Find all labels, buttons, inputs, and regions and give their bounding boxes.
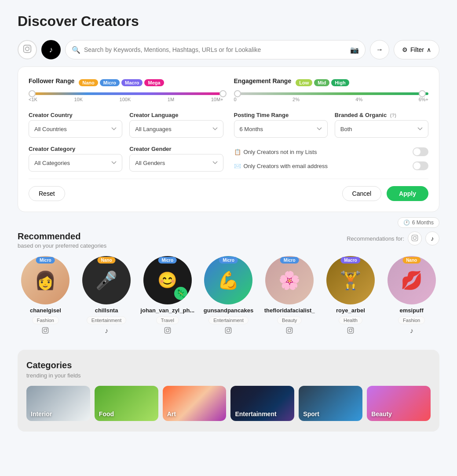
- follower-thumb-right[interactable]: [219, 90, 227, 97]
- follower-range-badges: Nano Micro Macro Mega: [79, 79, 164, 86]
- not-in-lists-toggle-row: 📋 Only Creators not in my Lists: [234, 147, 429, 156]
- svg-point-11: [168, 328, 169, 329]
- filter-icon: ⚙: [402, 46, 408, 53]
- categories-grid: Interior Food Art Entertainment Sport Be…: [26, 386, 431, 421]
- category-label-sport: Sport: [303, 410, 319, 417]
- svg-point-5: [416, 236, 417, 236]
- category-label-art: Art: [167, 410, 176, 417]
- cancel-button[interactable]: Cancel: [342, 186, 382, 201]
- creator-category-3: Travel: [156, 316, 179, 324]
- creator-card-chanelgisel[interactable]: 👩 Micro chanelgisel Fashion: [18, 256, 73, 336]
- creator-language-select[interactable]: All Languages: [129, 120, 223, 138]
- follower-range-slider[interactable]: <1K 10K 100K 1M 10M+: [29, 92, 223, 102]
- engagement-range-track: [234, 92, 429, 95]
- creator-platform-2: ♪: [105, 327, 108, 335]
- categories-subtitle: trending in your fields: [26, 372, 431, 379]
- country-language-row: Creator Country All Countries Creator La…: [29, 112, 223, 138]
- creators-grid: 👩 Micro chanelgisel Fashion 🎤 Nano chill…: [18, 256, 439, 336]
- rec-tiktok-btn[interactable]: ♪: [425, 231, 439, 245]
- creator-tier-badge-3: Micro: [158, 257, 177, 264]
- svg-point-10: [166, 329, 169, 332]
- badge-macro: Macro: [121, 79, 143, 86]
- instagram-platform-btn[interactable]: [18, 40, 37, 59]
- time-badge-row: 🕐 6 Months: [18, 217, 439, 228]
- creator-name-7: emsipuff: [400, 307, 424, 314]
- filter-panel: Follower Range Nano Micro Macro Mega: [18, 66, 439, 212]
- creator-card-johan[interactable]: 😊 🦎 Micro johan_van_zyl_ph... Travel: [139, 256, 195, 336]
- creator-platform-4: [225, 327, 232, 336]
- creator-country-select[interactable]: All Countries: [29, 120, 122, 138]
- arrow-right-btn[interactable]: →: [370, 40, 389, 59]
- svg-point-7: [44, 329, 47, 332]
- creator-gender-label: Creator Gender: [129, 146, 223, 152]
- toggle-knob-2: [413, 162, 420, 169]
- svg-rect-6: [43, 327, 48, 333]
- svg-rect-18: [347, 327, 353, 333]
- not-in-lists-label: Only Creators not in my Lists: [244, 149, 317, 155]
- filter-footer: Reset Cancel Apply: [29, 186, 428, 201]
- creator-card-gunsandpancakes[interactable]: 💪 Micro gunsandpancakes Entertainment: [201, 256, 256, 336]
- creator-category-select[interactable]: All Categories: [29, 154, 122, 172]
- svg-rect-9: [165, 327, 170, 333]
- badge-nano: Nano: [79, 79, 98, 86]
- with-email-toggle[interactable]: [413, 161, 428, 170]
- creator-avatar-wrap-2: 🎤 Nano: [82, 256, 131, 304]
- category-card-art[interactable]: Art: [163, 386, 227, 421]
- creator-avatar-wrap-4: 💪 Micro: [204, 256, 252, 304]
- creator-tier-badge-5: Micro: [280, 257, 299, 264]
- engagement-thumb-left[interactable]: [234, 90, 241, 97]
- rec-instagram-btn[interactable]: [408, 231, 422, 245]
- svg-point-13: [227, 329, 230, 332]
- creator-avatar-wrap-7: 💋 Nano: [388, 256, 436, 304]
- recommendations-header: Recommended based on your preferred cate…: [18, 231, 439, 249]
- creator-category-5: Beauty: [277, 316, 302, 324]
- filter-divider: [29, 179, 428, 179]
- creator-platform-3: [164, 327, 171, 336]
- svg-rect-0: [24, 45, 31, 52]
- posting-time-label: Posting Time Range: [234, 112, 328, 118]
- category-card-interior[interactable]: Interior: [26, 386, 90, 421]
- creator-card-chillsnta[interactable]: 🎤 Nano chillsnta Entertainment ♪: [79, 256, 135, 336]
- toggle-knob-1: [413, 148, 420, 155]
- engagement-range-labels: 0 2% 4% 6%+: [234, 97, 429, 102]
- engagement-range-badges: Low Mid High: [296, 79, 349, 86]
- creator-tier-badge-4: Micro: [219, 257, 238, 264]
- svg-point-4: [413, 236, 417, 239]
- creator-card-theflorida[interactable]: 🌸 Micro thefloridafacialist_ Beauty: [262, 256, 318, 336]
- category-card-beauty[interactable]: Beauty: [367, 386, 431, 421]
- creator-category-2: Entertainment: [87, 316, 126, 324]
- posting-time-select[interactable]: 6 Months 3 Months 12 Months: [234, 120, 328, 138]
- engagement-thumb-right[interactable]: [419, 90, 426, 97]
- search-input[interactable]: [84, 46, 347, 53]
- category-card-entertainment[interactable]: Entertainment: [230, 386, 294, 421]
- svg-point-20: [352, 328, 353, 329]
- follower-thumb-left[interactable]: [29, 90, 36, 97]
- camera-icon[interactable]: 📷: [350, 46, 359, 54]
- category-card-sport[interactable]: Sport: [299, 386, 362, 421]
- rec-instagram-icon: [411, 234, 418, 243]
- branded-organic-help-icon: (?): [390, 113, 396, 118]
- badge-high: High: [331, 79, 349, 86]
- creator-platform-5: [286, 327, 293, 336]
- reset-button[interactable]: Reset: [29, 186, 65, 201]
- tiktok-platform-btn[interactable]: ♪: [41, 40, 61, 59]
- not-in-lists-toggle[interactable]: [413, 147, 428, 156]
- time-badge-text: 6 Months: [412, 220, 434, 226]
- posting-time-group: Posting Time Range 6 Months 3 Months 12 …: [234, 112, 328, 138]
- category-label-entertainment: Entertainment: [235, 410, 276, 417]
- engagement-range-slider[interactable]: 0 2% 4% 6%+: [234, 92, 429, 102]
- filter-button[interactable]: ⚙ Filter ∧: [394, 40, 439, 59]
- creator-gender-group: Creator Gender All Genders: [129, 146, 223, 172]
- recommendations-for-label: Recommendations for:: [347, 235, 404, 242]
- apply-button[interactable]: Apply: [387, 186, 428, 201]
- svg-point-16: [288, 329, 291, 332]
- svg-point-8: [47, 328, 48, 329]
- creator-gender-select[interactable]: All Genders: [129, 154, 223, 172]
- chevron-up-icon: ∧: [427, 46, 431, 53]
- creator-card-roye[interactable]: 🏋️ Macro roye_arbel Health: [323, 256, 379, 336]
- branded-organic-select[interactable]: Both Branded Organic: [335, 120, 428, 138]
- creator-card-emsipuff[interactable]: 💋 Nano emsipuff Fashion ♪: [384, 256, 439, 336]
- engagement-range-section: Engagement Range Low Mid High: [234, 77, 429, 104]
- creator-platform-7: ♪: [410, 327, 413, 335]
- category-card-food[interactable]: Food: [95, 386, 158, 421]
